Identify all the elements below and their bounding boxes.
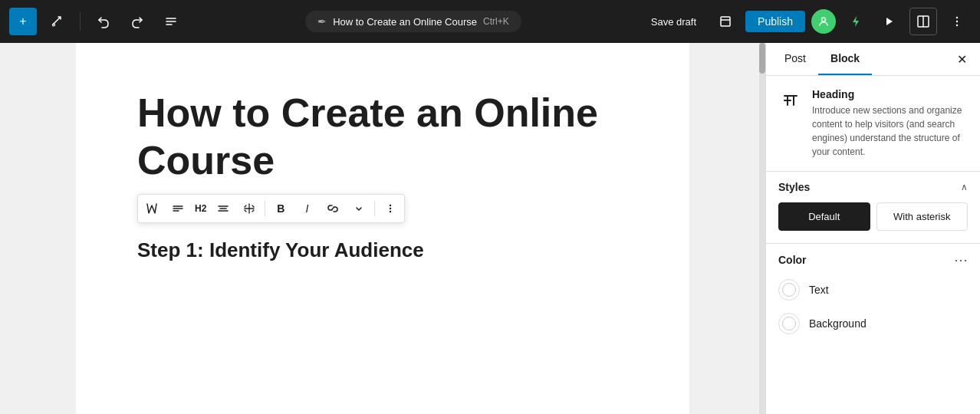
svg-point-9 (956, 17, 958, 18)
text-color-option[interactable]: Text (778, 273, 968, 307)
more-options-button[interactable] (943, 8, 971, 35)
subheading[interactable]: Step 1: Identify Your Audience (137, 238, 628, 262)
heading-level-label[interactable]: H2 (192, 203, 209, 214)
avatar (811, 9, 836, 34)
svg-point-20 (390, 211, 391, 212)
document-overview-button[interactable] (157, 8, 185, 35)
sidebar-tabs: Post Block ✕ (766, 43, 980, 76)
layout-button[interactable] (909, 8, 937, 35)
view-button[interactable] (712, 8, 739, 35)
redo-button[interactable] (123, 8, 151, 35)
bolt-button[interactable] (842, 8, 870, 35)
color-title: Color (778, 254, 807, 266)
sidebar: Post Block ✕ Heading Introduce new secti… (765, 43, 980, 414)
tools-button[interactable] (43, 8, 71, 35)
tab-post[interactable]: Post (772, 43, 818, 75)
svg-point-11 (956, 25, 958, 26)
bold-button[interactable]: B (268, 196, 293, 221)
save-draft-button[interactable]: Save draft (642, 12, 705, 32)
svg-rect-4 (721, 17, 730, 26)
align-button[interactable] (166, 196, 190, 221)
background-color-option[interactable]: Background (778, 307, 968, 340)
post-title-text: How to Create an Online Course (333, 16, 477, 28)
post-title-heading[interactable]: How to Create an Online Course (137, 89, 628, 185)
divider-1 (80, 12, 81, 31)
styles-chevron-icon: ∧ (961, 182, 968, 192)
move-button[interactable] (237, 196, 261, 221)
editor-canvas: How to Create an Online Course H2 B (76, 43, 689, 414)
block-name: Heading (812, 88, 968, 100)
toolbar-separator-1 (265, 201, 265, 216)
toolbar-separator-2 (374, 201, 375, 216)
background-color-swatch-inner (782, 317, 796, 330)
styles-section-header[interactable]: Styles ∧ (766, 172, 980, 202)
text-align-button[interactable] (211, 196, 235, 221)
svg-point-18 (390, 205, 391, 206)
heading-block-icon (778, 88, 803, 113)
block-type-button[interactable] (140, 196, 164, 221)
sidebar-close-button[interactable]: ✕ (949, 47, 974, 71)
text-color-swatch-inner (782, 283, 796, 297)
scrollbar-track[interactable] (759, 43, 765, 414)
block-description: Heading Introduce new sections and organ… (812, 88, 968, 159)
svg-point-0 (53, 24, 55, 26)
scrollbar-thumb[interactable] (759, 43, 765, 74)
svg-point-6 (822, 18, 826, 21)
block-toolbar: H2 B I (137, 194, 405, 223)
svg-point-19 (390, 208, 391, 209)
style-default-button[interactable]: Default (778, 202, 870, 231)
text-color-swatch (778, 279, 800, 301)
text-color-label: Text (809, 284, 829, 296)
color-section: Color ⋯ Text Background (766, 244, 980, 353)
keyboard-shortcut: Ctrl+K (483, 16, 509, 27)
styles-section: Styles ∧ Default With asterisk (766, 172, 980, 244)
block-desc-text: Introduce new sections and organize cont… (812, 104, 968, 159)
color-section-header: Color ⋯ (778, 244, 968, 273)
styles-options: Default With asterisk (766, 202, 980, 243)
publish-button[interactable]: Publish (745, 11, 805, 32)
block-info-section: Heading Introduce new sections and organ… (766, 76, 980, 172)
link-button[interactable] (321, 196, 345, 221)
top-toolbar: + ✒ How to Create an Online Course Ctrl+… (0, 0, 980, 43)
add-block-button[interactable]: + (9, 8, 37, 35)
style-asterisk-button[interactable]: With asterisk (876, 202, 968, 231)
italic-button[interactable]: I (294, 196, 319, 221)
more-rich-text-button[interactable] (347, 196, 371, 221)
title-area: ✒ How to Create an Online Course Ctrl+K (191, 11, 636, 32)
undo-button[interactable] (90, 8, 117, 35)
post-title-button[interactable]: ✒ How to Create an Online Course Ctrl+K (305, 11, 521, 32)
background-color-label: Background (809, 317, 867, 330)
svg-point-10 (956, 21, 958, 22)
tab-block[interactable]: Block (818, 43, 872, 75)
toolbar-right: Save draft Publish (642, 8, 971, 35)
styles-title: Styles (778, 181, 810, 193)
editor-area: How to Create an Online Course H2 B (0, 43, 765, 414)
preview-button[interactable] (876, 8, 903, 35)
color-more-button[interactable]: ⋯ (954, 253, 968, 267)
main-layout: How to Create an Online Course H2 B (0, 43, 980, 414)
background-color-swatch (778, 313, 800, 334)
block-options-button[interactable] (378, 196, 403, 221)
